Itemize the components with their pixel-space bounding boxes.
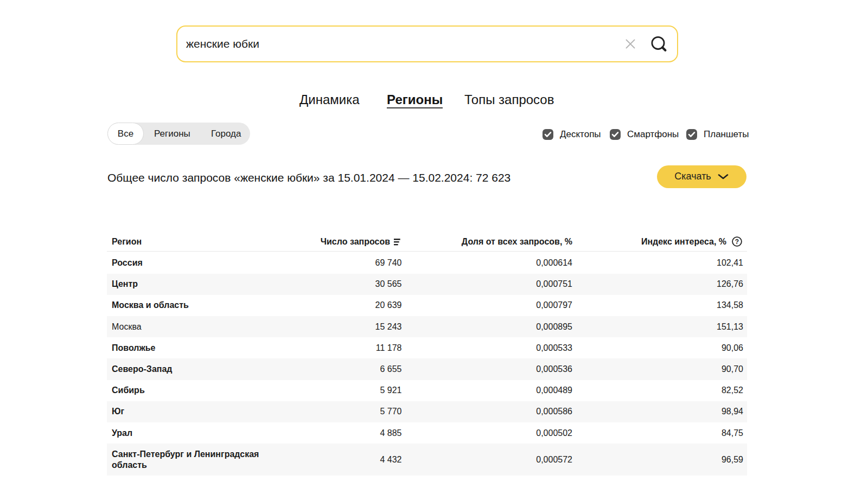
svg-text:?: ? bbox=[735, 238, 738, 246]
